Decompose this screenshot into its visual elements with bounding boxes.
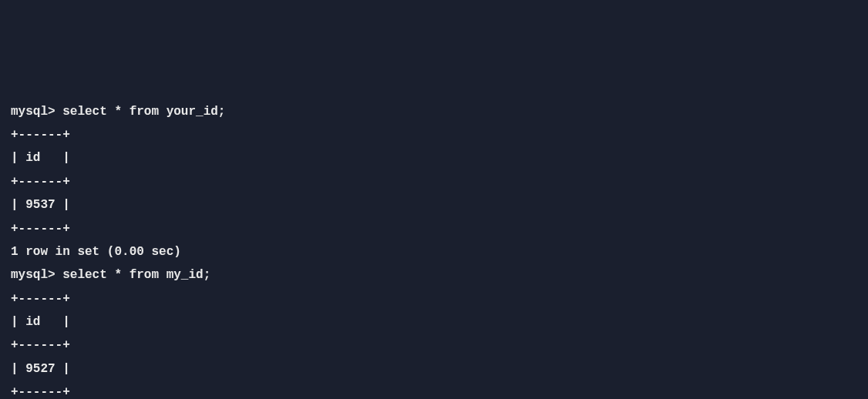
table-border: +------+ <box>11 287 857 310</box>
table-border: +------+ <box>11 123 857 146</box>
table-border: +------+ <box>11 170 857 193</box>
table-border: +------+ <box>11 381 857 399</box>
query-line: mysql> select * from your_id; <box>11 100 857 123</box>
table-header: | id | <box>11 146 857 169</box>
terminal-output[interactable]: mysql> select * from your_id;+------+| i… <box>11 100 857 399</box>
table-row: | 9537 | <box>11 193 857 216</box>
table-border: +------+ <box>11 334 857 357</box>
table-row: | 9527 | <box>11 357 857 381</box>
table-border: +------+ <box>11 217 857 240</box>
query-line: mysql> select * from my_id; <box>11 263 857 287</box>
result-summary: 1 row in set (0.00 sec) <box>11 240 857 263</box>
table-header: | id | <box>11 310 857 334</box>
